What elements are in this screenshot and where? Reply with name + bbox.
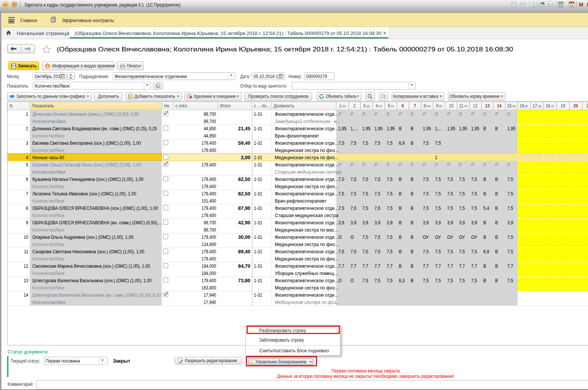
svg-text:M: M — [579, 2, 583, 8]
svg-text:i: i — [47, 64, 48, 68]
svg-text:31: 31 — [570, 4, 574, 7]
